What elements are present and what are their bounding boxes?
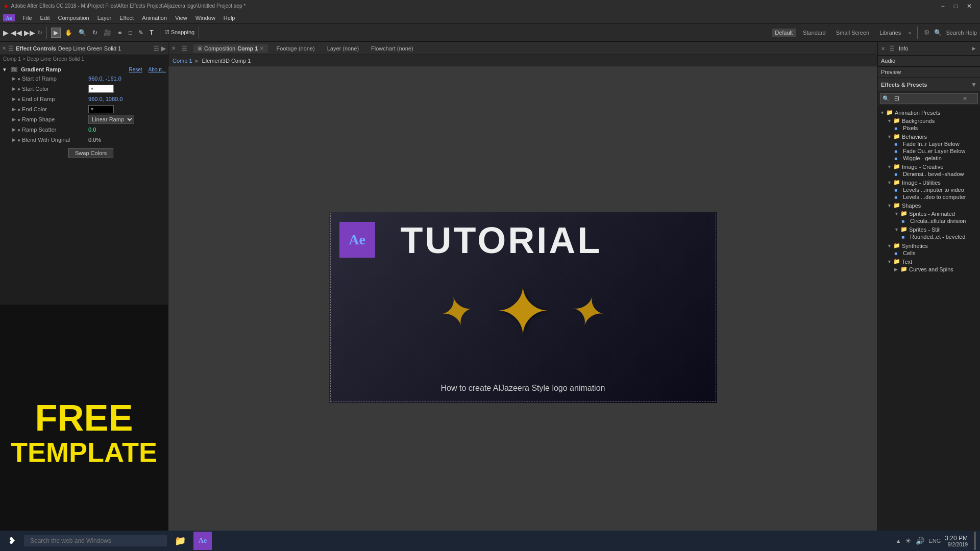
window-close[interactable]: ✕: [963, 3, 976, 10]
play-btn[interactable]: ▶: [3, 29, 9, 37]
fade-in-row[interactable]: ■ Fade In..r Layer Below: [892, 140, 980, 147]
ramp-scatter-stopwatch[interactable]: ●: [17, 127, 20, 133]
end-color-swatch[interactable]: ▼: [88, 105, 114, 113]
end-of-ramp-value[interactable]: 960.0, 1080.0: [88, 96, 122, 102]
audio-tab[interactable]: Audio: [881, 57, 895, 65]
loop-btn[interactable]: ↻: [37, 29, 42, 36]
network-icon[interactable]: ☀: [905, 537, 912, 545]
blend-stopwatch[interactable]: ●: [17, 137, 20, 143]
shapes-row[interactable]: ▼ 📁 Shapes: [885, 202, 980, 209]
workspace-small[interactable]: Small Screen: [833, 29, 872, 37]
start-button[interactable]: ❥: [4, 533, 20, 548]
hand-tool[interactable]: ✋: [63, 28, 75, 37]
menu-window[interactable]: Window: [191, 14, 219, 22]
start-of-ramp-value[interactable]: 960.0, -161.0: [88, 76, 121, 82]
panel-options-btn[interactable]: ☰: [154, 45, 159, 52]
language-label[interactable]: ENG: [928, 538, 941, 544]
end-of-ramp-stopwatch[interactable]: ●: [17, 96, 20, 102]
param-expand-1[interactable]: ▶: [12, 76, 16, 81]
extend-workspaces[interactable]: »: [908, 30, 911, 36]
param-expand-4[interactable]: ▶: [12, 107, 16, 112]
comp-view[interactable]: Ae TUTORIAL ✦ ✦ ✦ How to create AlJazeer…: [168, 66, 877, 548]
animation-presets-row[interactable]: ▼ 📁 Animation Presets: [878, 109, 980, 116]
window-maximize[interactable]: □: [950, 3, 962, 10]
levels-video-row[interactable]: ■ Levels ...mputer to video: [892, 186, 980, 193]
expand-right[interactable]: ►: [971, 45, 977, 52]
effects-collapse-btn[interactable]: ▼: [971, 81, 977, 88]
search-help-input[interactable]: Search Help: [946, 30, 977, 36]
menu-help[interactable]: Help: [219, 14, 239, 22]
ramp-shape-select[interactable]: Linear Ramp Radial Ramp: [88, 115, 134, 124]
composition-tab[interactable]: ▣ Composition Comp 1 ✕: [193, 44, 268, 53]
image-utilities-row[interactable]: ▼ 📁 Image - Utilities: [885, 179, 980, 186]
pan-tool[interactable]: ⚭: [115, 28, 125, 37]
sprites-animated-row[interactable]: ▼ 📁 Sprites - Animated: [892, 210, 980, 217]
param-expand-5[interactable]: ▶: [12, 117, 16, 122]
menu-composition[interactable]: Composition: [54, 14, 93, 22]
wiggle-row[interactable]: ■ Wiggle - gelatin: [892, 155, 980, 162]
text-tool[interactable]: T: [148, 28, 155, 37]
start-color-swatch[interactable]: ▼: [88, 85, 114, 93]
expand-panel-btn[interactable]: ▶: [161, 45, 166, 52]
rounded-beveled-row[interactable]: ■ Rounded..et - beveled: [899, 233, 980, 240]
workspace-libraries[interactable]: Libraries: [876, 29, 904, 37]
select-tool[interactable]: ▶: [51, 28, 61, 38]
file-explorer-btn[interactable]: 📁: [171, 532, 189, 550]
pixels-effect-row[interactable]: ■ Pixels: [892, 124, 980, 132]
menu-edit[interactable]: Edit: [36, 14, 54, 22]
menu-view[interactable]: View: [171, 14, 191, 22]
behaviors-row[interactable]: ▼ 📁 Behaviors: [885, 133, 980, 140]
breadcrumb-comp1[interactable]: Comp 1: [173, 58, 192, 64]
bevel-shadow-row[interactable]: ■ Dimensi.. bevel+shadow: [892, 170, 980, 178]
close-panel-btn[interactable]: ✕: [2, 45, 6, 51]
menu-layer[interactable]: Layer: [93, 14, 116, 22]
menu-animation[interactable]: Animation: [138, 14, 171, 22]
reset-btn[interactable]: Reset: [129, 67, 142, 72]
workspace-standard[interactable]: Standard: [800, 29, 829, 37]
ramp-scatter-value[interactable]: 0.0: [88, 127, 96, 133]
snapping-checkbox[interactable]: ☑ Snapping: [164, 29, 195, 36]
ramp-shape-stopwatch[interactable]: ●: [17, 117, 20, 122]
prev-frame-btn[interactable]: ◀◀: [11, 29, 22, 37]
camera-tool[interactable]: 🎥: [102, 28, 113, 37]
effect-expand-arrow[interactable]: ▼: [2, 67, 7, 72]
param-expand-2[interactable]: ▶: [12, 86, 16, 91]
settings-icon[interactable]: ⚙: [924, 29, 930, 36]
flowchart-tab[interactable]: Flowchart (none): [367, 44, 418, 53]
preview-tab[interactable]: Preview: [881, 68, 901, 77]
backgrounds-row[interactable]: ▼ 📁 Backgrounds: [885, 117, 980, 124]
fade-out-row[interactable]: ■ Fade Ou..er Layer Below: [892, 147, 980, 155]
mask-tool[interactable]: □: [127, 28, 134, 37]
zoom-tool[interactable]: 🔍: [77, 28, 88, 37]
ae-taskbar-btn[interactable]: Ae: [193, 532, 212, 550]
param-expand-7[interactable]: ▶: [12, 137, 16, 142]
pen-tool[interactable]: ✎: [136, 28, 145, 37]
comp-panel-menu[interactable]: ☰: [182, 45, 187, 52]
effect-controls-tab[interactable]: Effect Controls: [16, 45, 56, 52]
right-panel-menu[interactable]: ☰: [889, 45, 895, 52]
curves-spins-row[interactable]: ▶ 📁 Curves and Spins: [892, 265, 980, 273]
about-btn[interactable]: About...: [149, 67, 166, 72]
image-creative-row[interactable]: ▼ 📁 Image - Creative: [885, 163, 980, 170]
taskbar-search-input[interactable]: [24, 535, 167, 546]
cells-row[interactable]: ■ Cells: [892, 249, 980, 257]
param-expand-6[interactable]: ▶: [12, 127, 16, 132]
menu-file[interactable]: File: [19, 14, 36, 22]
synthetics-row[interactable]: ▼ 📁 Synthetics: [885, 242, 980, 249]
menu-effect[interactable]: Effect: [115, 14, 138, 22]
rotation-tool[interactable]: ↻: [90, 28, 100, 37]
window-minimize[interactable]: −: [937, 3, 949, 10]
next-frame-btn[interactable]: ▶▶: [24, 29, 35, 37]
layer-tab[interactable]: Layer (none): [323, 44, 363, 53]
breadcrumb-element3d[interactable]: Element3D Comp 1: [202, 58, 251, 64]
search-clear-btn[interactable]: ✕: [963, 95, 967, 102]
volume-icon[interactable]: 🔊: [916, 537, 924, 545]
start-of-ramp-stopwatch[interactable]: ●: [17, 76, 20, 82]
levels-computer-row[interactable]: ■ Levels ...deo to computer: [892, 193, 980, 201]
blend-value[interactable]: 0.0%: [88, 137, 101, 143]
cellular-row[interactable]: ■ Circula..ellular division: [899, 217, 980, 224]
show-desktop-btn[interactable]: [974, 532, 976, 550]
start-color-stopwatch[interactable]: ●: [17, 86, 20, 92]
workspace-default[interactable]: Default: [772, 29, 796, 37]
panel-menu-btn[interactable]: ☰: [8, 45, 14, 52]
